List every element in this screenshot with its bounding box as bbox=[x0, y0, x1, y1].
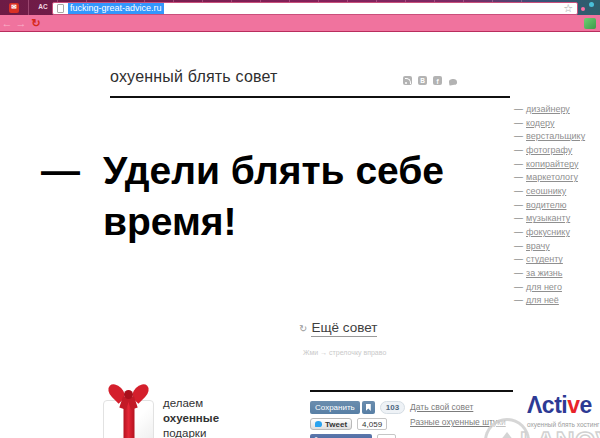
reload-button-icon[interactable]: ↻ bbox=[28, 17, 44, 30]
tweet-count: 4,059 bbox=[357, 418, 387, 430]
dash: — bbox=[514, 118, 523, 128]
sidebar-link[interactable]: маркетологу bbox=[526, 172, 578, 182]
logo-part: e bbox=[579, 392, 591, 418]
gift-line-3: подарки bbox=[163, 426, 219, 438]
sidebar-item: — фокуснику bbox=[514, 225, 585, 239]
twitter-icon[interactable] bbox=[448, 76, 457, 85]
gift-image[interactable] bbox=[100, 382, 158, 438]
sidebar-item: — студенту bbox=[514, 253, 585, 267]
tweet-row: Tweet 4,059 bbox=[310, 418, 405, 430]
web-page: охуенный блять совет — дизайнеру — кодер… bbox=[0, 32, 600, 438]
theme-decoration bbox=[581, 7, 585, 11]
page-favicon-icon bbox=[57, 4, 64, 13]
dash: — bbox=[514, 172, 523, 182]
sidebar-item: — маркетологу bbox=[514, 170, 585, 184]
gift-promo-text[interactable]: делаем охуенные подарки bbox=[163, 396, 219, 438]
sidebar-link[interactable]: дизайнеру bbox=[526, 104, 570, 114]
tab-favicon: ✉ bbox=[9, 3, 19, 13]
dash: — bbox=[514, 159, 523, 169]
active-hosting-logo[interactable]: Λctive bbox=[527, 392, 592, 419]
vk-save-row: Сохранить 103 bbox=[310, 401, 405, 414]
vk-bookmark-icon[interactable] bbox=[362, 401, 375, 414]
browser-tab[interactable]: ✉ bbox=[0, 0, 29, 15]
dash: — bbox=[514, 268, 523, 278]
forward-button-icon[interactable]: → bbox=[14, 17, 28, 29]
theme-decoration bbox=[589, 2, 594, 7]
dash: — bbox=[514, 254, 523, 264]
sidebar-link[interactable]: врачу bbox=[526, 241, 550, 251]
category-sidebar: — дизайнеру — кодеру — верстальщику — фо… bbox=[514, 102, 585, 307]
sidebar-item: — врачу bbox=[514, 239, 585, 253]
sidebar-link[interactable]: для него bbox=[526, 282, 562, 292]
sidebar-item: — кодеру bbox=[514, 116, 585, 130]
logo-part: Λcti bbox=[527, 392, 567, 418]
tweet-label: Tweet bbox=[325, 420, 347, 429]
browser-window: ✉ AC AC AC ❄ В Я bbox=[0, 0, 600, 438]
twitter-bird-icon bbox=[315, 421, 322, 427]
address-bar[interactable]: fucking-great-advice.ru ☆ bbox=[52, 2, 578, 15]
fb-like-button[interactable]: Мне нравится bbox=[310, 434, 372, 438]
extension-icon[interactable] bbox=[584, 18, 596, 29]
keyboard-hint: Жми → стрелочку вправо bbox=[303, 349, 386, 356]
more-advice-label[interactable]: Ещё совет bbox=[311, 320, 377, 337]
rss-icon[interactable] bbox=[403, 76, 412, 85]
sidebar-item: — сеошнику bbox=[514, 184, 585, 198]
dash: — bbox=[514, 282, 523, 292]
dash: — bbox=[514, 227, 523, 237]
sidebar-link[interactable]: сеошнику bbox=[526, 186, 566, 196]
social-icons bbox=[403, 76, 457, 85]
sidebar-link[interactable]: фокуснику bbox=[526, 227, 570, 237]
sidebar-item: — верстальщику bbox=[514, 129, 585, 143]
gift-bow-knot bbox=[124, 390, 133, 399]
sidebar-item: — фотографу bbox=[514, 143, 585, 157]
sidebar-item: — копирайтеру bbox=[514, 157, 585, 171]
vk-icon[interactable] bbox=[418, 76, 427, 85]
give-advice-link[interactable]: Дать свой совет bbox=[410, 400, 473, 415]
back-button-icon[interactable]: ← bbox=[0, 17, 14, 29]
sidebar-item: — водителю bbox=[514, 198, 585, 212]
sidebar-item: — для него bbox=[514, 280, 585, 294]
tweet-button[interactable]: Tweet bbox=[310, 418, 352, 430]
fb-like-count: 18 bbox=[377, 434, 396, 438]
logo-part: v bbox=[567, 392, 579, 418]
gift-line-2: охуенные bbox=[163, 411, 219, 426]
gift-box bbox=[103, 400, 154, 438]
bookmark-star-icon[interactable]: ☆ bbox=[563, 3, 573, 14]
sidebar-link[interactable]: фотографу bbox=[526, 145, 572, 155]
vk-save-count: 103 bbox=[380, 401, 405, 414]
advice-body: Удели блять себе время! bbox=[103, 149, 444, 243]
sidebar-link[interactable]: музыканту bbox=[526, 213, 570, 223]
watermark-text: LANOVKA bbox=[520, 426, 600, 438]
dash: — bbox=[514, 241, 523, 251]
dash: — bbox=[514, 131, 523, 141]
header-divider bbox=[110, 96, 510, 98]
dash: — bbox=[514, 200, 523, 210]
footer-divider bbox=[310, 390, 513, 392]
fb-like-row: Мне нравится 18 bbox=[310, 434, 405, 438]
advice-dash: — bbox=[41, 145, 80, 196]
advice-text: — Удели блять себе время! bbox=[41, 145, 453, 247]
tab-favicon: AC bbox=[37, 3, 48, 13]
browser-toolbar: ← → ↻ bbox=[0, 15, 600, 32]
dash: — bbox=[514, 145, 523, 155]
dash: — bbox=[514, 213, 523, 223]
sidebar-link[interactable]: студенту bbox=[526, 254, 563, 264]
gift-line-1: делаем bbox=[163, 396, 219, 411]
vk-save-button[interactable]: Сохранить bbox=[310, 401, 360, 414]
sidebar-item: — дизайнеру bbox=[514, 102, 585, 116]
sidebar-link[interactable]: водителю bbox=[526, 200, 567, 210]
sidebar-link[interactable]: верстальщику bbox=[526, 131, 585, 141]
site-title: охуенный блять совет bbox=[110, 68, 278, 86]
share-widgets: Сохранить 103 Tweet 4,059 Мне нравится 1… bbox=[310, 401, 405, 438]
url-text[interactable]: fucking-great-advice.ru bbox=[68, 3, 164, 14]
sidebar-link[interactable]: за жизнь bbox=[526, 268, 562, 278]
more-advice-button[interactable]: ↻ Ещё совет bbox=[299, 320, 377, 337]
sidebar-link[interactable]: копирайтеру bbox=[526, 159, 578, 169]
sidebar-item: — музыканту bbox=[514, 212, 585, 226]
sidebar-item: — для неё bbox=[514, 294, 585, 308]
facebook-icon[interactable] bbox=[433, 76, 442, 85]
sidebar-link[interactable]: для неё bbox=[526, 295, 559, 305]
dash: — bbox=[514, 295, 523, 305]
dash: — bbox=[514, 104, 523, 114]
sidebar-link[interactable]: кодеру bbox=[526, 118, 555, 128]
